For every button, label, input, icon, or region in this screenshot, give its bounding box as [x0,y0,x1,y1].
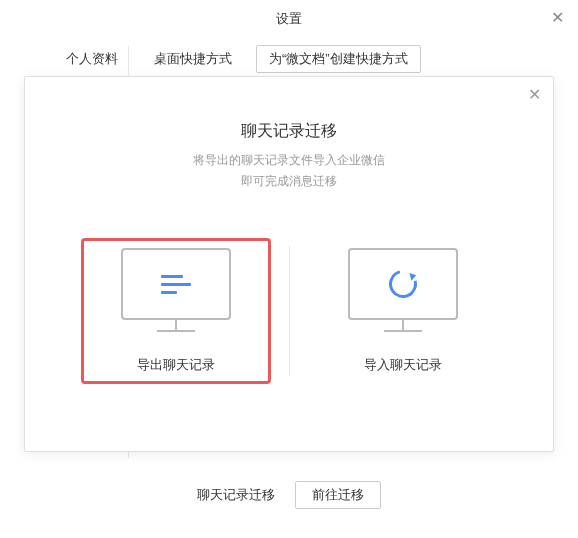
option-divider [289,246,290,376]
goto-migration-button[interactable]: 前往迁移 [295,481,381,509]
tabs-row: 个人资料 桌面快捷方式 为“微文档”创建快捷方式 [0,38,578,80]
export-option[interactable]: 导出聊天记录 [81,238,271,384]
import-option[interactable]: 导入聊天记录 [308,238,498,384]
tab-shortcut[interactable]: 桌面快捷方式 [136,45,250,73]
tab-profile[interactable]: 个人资料 [48,45,136,73]
modal-close-icon[interactable]: ✕ [528,87,541,103]
monitor-icon [348,248,458,338]
option-row: 导出聊天记录 导入聊天记录 [25,238,553,384]
bottom-label: 聊天记录迁移 [197,486,275,504]
refresh-icon [383,265,421,303]
monitor-icon [121,248,231,338]
lines-icon [161,275,191,294]
modal-subtitle-2: 即可完成消息迁移 [25,173,553,190]
close-icon[interactable]: ✕ [551,10,564,26]
migration-modal: ✕ 聊天记录迁移 将导出的聊天记录文件导入企业微信 即可完成消息迁移 导出聊天记… [24,76,554,452]
export-label: 导出聊天记录 [137,356,215,374]
modal-title: 聊天记录迁移 [25,121,553,142]
bottom-row: 聊天记录迁移 前往迁移 [0,452,578,538]
create-shortcut-button[interactable]: 为“微文档”创建快捷方式 [256,45,421,73]
window-header: 设置 ✕ [0,0,578,38]
import-label: 导入聊天记录 [364,356,442,374]
modal-subtitle-1: 将导出的聊天记录文件导入企业微信 [25,152,553,169]
window-title: 设置 [276,10,302,28]
